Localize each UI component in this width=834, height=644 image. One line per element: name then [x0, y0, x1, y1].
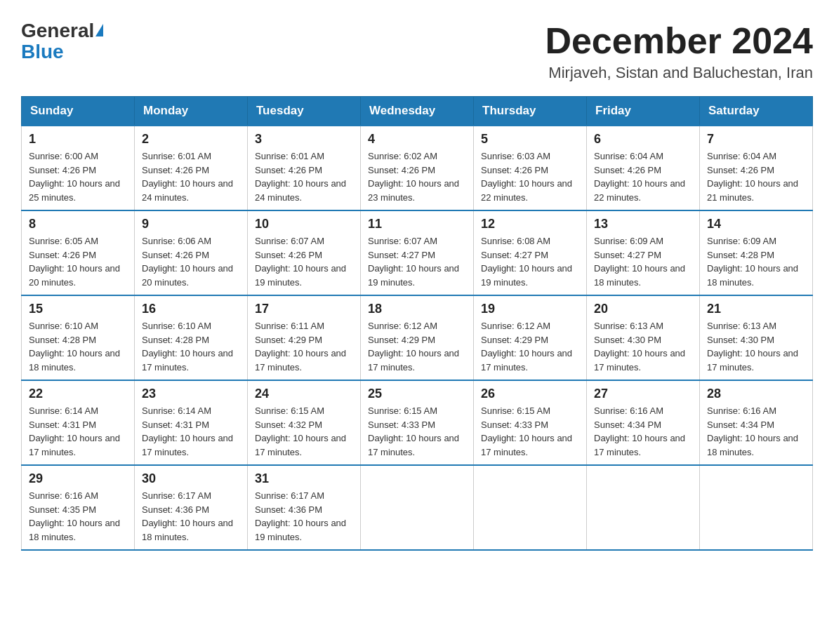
day-number: 10	[255, 217, 353, 232]
day-info: Sunrise: 6:03 AMSunset: 4:26 PMDaylight:…	[481, 151, 572, 203]
day-number: 18	[368, 302, 466, 316]
day-number: 3	[255, 132, 353, 147]
day-info: Sunrise: 6:15 AMSunset: 4:33 PMDaylight:…	[481, 405, 572, 457]
day-number: 8	[29, 217, 127, 232]
day-info: Sunrise: 6:01 AMSunset: 4:26 PMDaylight:…	[142, 151, 233, 203]
logo-blue: Blue	[21, 41, 64, 63]
day-info: Sunrise: 6:16 AMSunset: 4:34 PMDaylight:…	[594, 405, 685, 457]
day-number: 27	[594, 387, 692, 401]
day-number: 14	[707, 217, 805, 232]
day-info: Sunrise: 6:09 AMSunset: 4:27 PMDaylight:…	[594, 236, 685, 288]
header-tuesday: Tuesday	[248, 97, 361, 126]
calendar-cell: 1 Sunrise: 6:00 AMSunset: 4:26 PMDayligh…	[22, 126, 135, 210]
calendar-cell: 19 Sunrise: 6:12 AMSunset: 4:29 PMDaylig…	[474, 295, 587, 380]
day-number: 2	[142, 132, 240, 147]
header-wednesday: Wednesday	[361, 97, 474, 126]
day-number: 24	[255, 387, 353, 401]
day-number: 9	[142, 217, 240, 232]
day-info: Sunrise: 6:10 AMSunset: 4:28 PMDaylight:…	[29, 321, 120, 373]
calendar-cell: 13 Sunrise: 6:09 AMSunset: 4:27 PMDaylig…	[587, 210, 700, 295]
day-info: Sunrise: 6:02 AMSunset: 4:26 PMDaylight:…	[368, 151, 459, 203]
day-number: 15	[29, 302, 127, 316]
day-number: 4	[368, 132, 466, 147]
calendar-cell	[700, 465, 813, 550]
day-info: Sunrise: 6:13 AMSunset: 4:30 PMDaylight:…	[594, 321, 685, 373]
week-row-2: 8 Sunrise: 6:05 AMSunset: 4:26 PMDayligh…	[22, 210, 813, 295]
day-number: 21	[707, 302, 805, 316]
day-info: Sunrise: 6:16 AMSunset: 4:35 PMDaylight:…	[29, 490, 120, 542]
day-number: 25	[368, 387, 466, 401]
calendar-cell: 25 Sunrise: 6:15 AMSunset: 4:33 PMDaylig…	[361, 380, 474, 465]
calendar-cell: 3 Sunrise: 6:01 AMSunset: 4:26 PMDayligh…	[248, 126, 361, 210]
day-number: 16	[142, 302, 240, 316]
day-info: Sunrise: 6:01 AMSunset: 4:26 PMDaylight:…	[255, 151, 346, 203]
calendar-cell: 27 Sunrise: 6:16 AMSunset: 4:34 PMDaylig…	[587, 380, 700, 465]
day-number: 31	[255, 471, 353, 486]
calendar-cell: 11 Sunrise: 6:07 AMSunset: 4:27 PMDaylig…	[361, 210, 474, 295]
calendar-cell: 22 Sunrise: 6:14 AMSunset: 4:31 PMDaylig…	[22, 380, 135, 465]
day-info: Sunrise: 6:08 AMSunset: 4:27 PMDaylight:…	[481, 236, 572, 288]
week-row-5: 29 Sunrise: 6:16 AMSunset: 4:35 PMDaylig…	[22, 465, 813, 550]
day-number: 1	[29, 132, 127, 147]
day-info: Sunrise: 6:09 AMSunset: 4:28 PMDaylight:…	[707, 236, 798, 288]
day-info: Sunrise: 6:10 AMSunset: 4:28 PMDaylight:…	[142, 321, 233, 373]
header-thursday: Thursday	[474, 97, 587, 126]
day-info: Sunrise: 6:06 AMSunset: 4:26 PMDaylight:…	[142, 236, 233, 288]
calendar-cell: 29 Sunrise: 6:16 AMSunset: 4:35 PMDaylig…	[22, 465, 135, 550]
day-info: Sunrise: 6:00 AMSunset: 4:26 PMDaylight:…	[29, 151, 120, 203]
title-block: December 2024 Mirjaveh, Sistan and Baluc…	[545, 21, 813, 82]
calendar-cell: 30 Sunrise: 6:17 AMSunset: 4:36 PMDaylig…	[135, 465, 248, 550]
calendar-cell: 26 Sunrise: 6:15 AMSunset: 4:33 PMDaylig…	[474, 380, 587, 465]
calendar-cell: 31 Sunrise: 6:17 AMSunset: 4:36 PMDaylig…	[248, 465, 361, 550]
calendar-cell: 18 Sunrise: 6:12 AMSunset: 4:29 PMDaylig…	[361, 295, 474, 380]
calendar-cell: 20 Sunrise: 6:13 AMSunset: 4:30 PMDaylig…	[587, 295, 700, 380]
header-monday: Monday	[135, 97, 248, 126]
day-number: 30	[142, 471, 240, 486]
day-info: Sunrise: 6:17 AMSunset: 4:36 PMDaylight:…	[142, 490, 233, 542]
day-number: 19	[481, 302, 579, 316]
day-info: Sunrise: 6:17 AMSunset: 4:36 PMDaylight:…	[255, 490, 346, 542]
day-number: 23	[142, 387, 240, 401]
calendar-cell: 17 Sunrise: 6:11 AMSunset: 4:29 PMDaylig…	[248, 295, 361, 380]
day-info: Sunrise: 6:15 AMSunset: 4:33 PMDaylight:…	[368, 405, 459, 457]
calendar-cell: 14 Sunrise: 6:09 AMSunset: 4:28 PMDaylig…	[700, 210, 813, 295]
day-number: 20	[594, 302, 692, 316]
day-number: 6	[594, 132, 692, 147]
calendar-cell: 23 Sunrise: 6:14 AMSunset: 4:31 PMDaylig…	[135, 380, 248, 465]
calendar-cell: 10 Sunrise: 6:07 AMSunset: 4:26 PMDaylig…	[248, 210, 361, 295]
day-info: Sunrise: 6:14 AMSunset: 4:31 PMDaylight:…	[142, 405, 233, 457]
day-number: 29	[29, 471, 127, 486]
calendar-cell: 4 Sunrise: 6:02 AMSunset: 4:26 PMDayligh…	[361, 126, 474, 210]
location: Mirjaveh, Sistan and Baluchestan, Iran	[545, 64, 813, 82]
day-number: 11	[368, 217, 466, 232]
day-number: 7	[707, 132, 805, 147]
calendar-cell: 28 Sunrise: 6:16 AMSunset: 4:34 PMDaylig…	[700, 380, 813, 465]
day-info: Sunrise: 6:11 AMSunset: 4:29 PMDaylight:…	[255, 321, 346, 373]
calendar-cell	[361, 465, 474, 550]
calendar-cell: 9 Sunrise: 6:06 AMSunset: 4:26 PMDayligh…	[135, 210, 248, 295]
day-info: Sunrise: 6:14 AMSunset: 4:31 PMDaylight:…	[29, 405, 120, 457]
calendar-cell: 8 Sunrise: 6:05 AMSunset: 4:26 PMDayligh…	[22, 210, 135, 295]
day-info: Sunrise: 6:13 AMSunset: 4:30 PMDaylight:…	[707, 321, 798, 373]
day-number: 22	[29, 387, 127, 401]
day-info: Sunrise: 6:15 AMSunset: 4:32 PMDaylight:…	[255, 405, 346, 457]
month-title: December 2024	[545, 21, 813, 61]
day-info: Sunrise: 6:12 AMSunset: 4:29 PMDaylight:…	[368, 321, 459, 373]
day-info: Sunrise: 6:12 AMSunset: 4:29 PMDaylight:…	[481, 321, 572, 373]
calendar-cell: 24 Sunrise: 6:15 AMSunset: 4:32 PMDaylig…	[248, 380, 361, 465]
calendar-cell: 7 Sunrise: 6:04 AMSunset: 4:26 PMDayligh…	[700, 126, 813, 210]
calendar-cell	[587, 465, 700, 550]
header-saturday: Saturday	[700, 97, 813, 126]
calendar-cell: 5 Sunrise: 6:03 AMSunset: 4:26 PMDayligh…	[474, 126, 587, 210]
week-row-1: 1 Sunrise: 6:00 AMSunset: 4:26 PMDayligh…	[22, 126, 813, 210]
calendar-cell	[474, 465, 587, 550]
calendar-cell: 15 Sunrise: 6:10 AMSunset: 4:28 PMDaylig…	[22, 295, 135, 380]
weekday-header-row: Sunday Monday Tuesday Wednesday Thursday…	[22, 97, 813, 126]
calendar-cell: 6 Sunrise: 6:04 AMSunset: 4:26 PMDayligh…	[587, 126, 700, 210]
day-info: Sunrise: 6:04 AMSunset: 4:26 PMDaylight:…	[707, 151, 798, 203]
logo-general: General	[21, 21, 94, 41]
day-info: Sunrise: 6:07 AMSunset: 4:27 PMDaylight:…	[368, 236, 459, 288]
day-info: Sunrise: 6:07 AMSunset: 4:26 PMDaylight:…	[255, 236, 346, 288]
day-info: Sunrise: 6:16 AMSunset: 4:34 PMDaylight:…	[707, 405, 798, 457]
day-number: 13	[594, 217, 692, 232]
